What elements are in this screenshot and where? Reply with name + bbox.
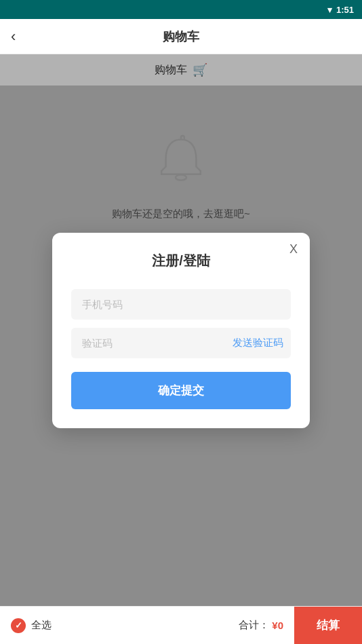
bottom-bar: 全选 合计： ¥0 结算: [0, 606, 362, 644]
main-content: 购物车 🛒 购物车还是空的哦，去逛逛吧~ X 注册/登陆 发送验证码: [0, 54, 362, 606]
nav-title: 购物车: [163, 29, 199, 45]
send-code-button[interactable]: 发送验证码: [222, 337, 291, 349]
phone-input[interactable]: [71, 289, 291, 320]
modal-dialog: X 注册/登陆 发送验证码 确定提交: [52, 233, 310, 428]
modal-close-button[interactable]: X: [289, 242, 298, 257]
modal-overlay: X 注册/登陆 发送验证码 确定提交: [0, 54, 362, 606]
checkout-button[interactable]: 结算: [294, 607, 362, 644]
status-bar-right: ▾ 1:51: [327, 5, 354, 15]
total-value: ¥0: [272, 620, 283, 631]
top-nav: ‹ 购物车: [0, 19, 362, 54]
submit-button[interactable]: 确定提交: [71, 372, 291, 409]
wifi-icon: ▾: [327, 5, 332, 15]
status-bar: ▾ 1:51: [0, 0, 362, 19]
total-area: 合计： ¥0: [228, 619, 294, 632]
verify-row: 发送验证码: [71, 328, 291, 358]
select-all-area: 全选: [0, 618, 228, 633]
status-time: 1:51: [336, 5, 354, 15]
select-all-checkbox[interactable]: [11, 618, 26, 633]
back-button[interactable]: ‹: [11, 28, 16, 45]
verify-code-input[interactable]: [71, 328, 222, 358]
modal-title: 注册/登陆: [71, 252, 291, 270]
select-all-label: 全选: [31, 619, 52, 632]
total-label: 合计：: [239, 619, 269, 632]
